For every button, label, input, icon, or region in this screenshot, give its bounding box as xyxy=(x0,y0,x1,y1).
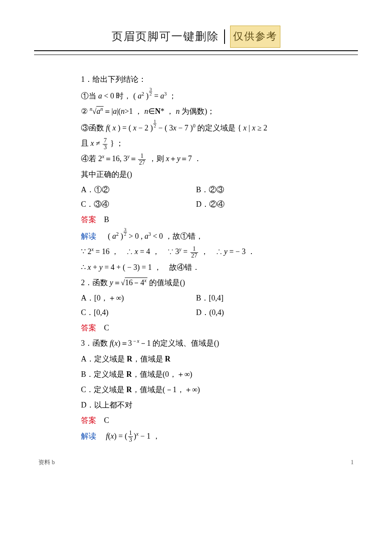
math: f(x) = ( xyxy=(98,432,127,440)
q1-statement-3: ③函数 f( x ) = ( x − 2 )12 − ( 3x − 7 )0 的… xyxy=(81,119,311,135)
text: ，则 xyxy=(149,154,166,163)
q1-statement-1: ①当 a < 0 时， ( a2 )32 = a3 ； xyxy=(81,87,311,103)
q1-statement-4: ④若 2x＝16, 3y＝127 ，则 x＋y＝7 ． xyxy=(81,151,311,166)
text: ， ∵ xyxy=(152,247,173,256)
text: ， ∴ xyxy=(201,247,222,256)
math-exp: 12 xyxy=(153,119,157,128)
text: 的值域是() xyxy=(149,278,185,287)
q1-option-c: C．③④ xyxy=(81,197,196,211)
text: 且 xyxy=(81,139,91,147)
math: 3y = xyxy=(175,247,189,256)
answer-label: 答案 xyxy=(81,215,96,224)
math-frac: 127 xyxy=(137,153,147,166)
math: f(x)＝3－x－1 xyxy=(110,339,151,347)
q1-explanation-1: 解读 ( a2 )32 > 0 , a3 < 0 ，故①错， xyxy=(81,228,311,243)
q1-option-b: B．②③ xyxy=(196,182,311,197)
explanation-label: 解读 xyxy=(81,432,96,440)
text: ，值域是 xyxy=(133,355,165,363)
math: x＋y＝7 xyxy=(166,154,192,163)
q1-explanation-2: ∵ 2x = 16 ， ∴ x = 4 ， ∵ 3y = 127 ， ∴ y =… xyxy=(81,244,311,259)
math: 2x = 16 xyxy=(88,247,110,256)
header-rule-thin xyxy=(34,55,358,55)
answer-label: 答案 xyxy=(81,324,96,332)
text: ①当 xyxy=(81,92,98,100)
math: > 0 , a3 < 0 xyxy=(129,232,165,240)
text: ； xyxy=(169,92,176,100)
q3-answer: 答案 C xyxy=(81,413,311,428)
text: ，值域是(0，＋∞) xyxy=(132,370,193,379)
q1-statement-3b: 且 x ≠ 73 } ； xyxy=(81,136,311,150)
math: } xyxy=(108,139,114,147)
text: ② xyxy=(81,107,88,116)
text: A．定义域是 xyxy=(81,355,127,363)
text: ， xyxy=(135,107,142,116)
math: R xyxy=(127,355,133,363)
math: y＝√16－4x xyxy=(110,278,147,287)
math-frac: 13 xyxy=(127,430,134,443)
math: R xyxy=(127,385,132,394)
math: a xyxy=(98,92,102,100)
text: ∵ xyxy=(81,247,86,256)
text: ． xyxy=(194,154,202,163)
math: x ≠ xyxy=(91,139,102,147)
text: B．定义域是 xyxy=(81,370,127,379)
math: ( a2 ) xyxy=(133,92,149,100)
footer-page-number: 1 xyxy=(351,457,354,468)
text: ； xyxy=(116,139,124,147)
text: 2．函数 xyxy=(81,278,110,287)
text: 的定义域、值域是() xyxy=(153,339,219,347)
text: 的定义域是 xyxy=(197,124,236,132)
page-header: 页眉页脚可一键删除 仅供参考 xyxy=(34,26,358,48)
content-area: 1．给出下列结论： ①当 a < 0 时， ( a2 )32 = a3 ； ② … xyxy=(34,72,358,443)
explanation-label: 解读 xyxy=(81,232,96,240)
q2-options-row1: A．[0，＋∞) B．[0,4] xyxy=(81,291,311,305)
q3-option-a: A．定义域是 R，值域是 R xyxy=(81,352,311,366)
math: f( x ) = ( x − 2 ) xyxy=(106,124,153,132)
q2-option-c: C．[0,4) xyxy=(81,305,196,320)
math: = a3 xyxy=(154,92,167,100)
q3-stem: 3．函数 f(x)＝3－x－1 的定义域、值域是() xyxy=(81,336,311,350)
math: < 0 xyxy=(102,92,114,100)
math-frac: 73 xyxy=(102,138,108,150)
q1-options-row1: A．①② B．②③ xyxy=(81,182,311,197)
q1-explanation-3: ∴ x + y = 4 + ( − 3) = 1 ， 故④错． xyxy=(81,260,311,275)
text: ， 故④错． xyxy=(154,263,200,272)
q2-option-a: A．[0，＋∞) xyxy=(81,291,196,305)
q2-options-row2: C．[0,4) D．(0,4) xyxy=(81,305,311,320)
text: ，故①错， xyxy=(165,232,203,240)
math: 2x＝16, 3y＝ xyxy=(98,154,138,163)
footer-left: 资料 b xyxy=(38,457,55,468)
math: R xyxy=(165,355,170,363)
reference-badge: 仅供参考 xyxy=(230,26,280,48)
math: y = − 3 xyxy=(224,247,246,256)
text: ， xyxy=(153,432,160,440)
math: n xyxy=(176,107,180,116)
q1-answer: 答案 B xyxy=(81,212,311,227)
q3-option-d: D．以上都不对 xyxy=(81,398,311,412)
math: − ( 3x − 7 )0 xyxy=(159,124,196,132)
text: ． xyxy=(248,247,255,256)
header-text: 页眉页脚可一键删除 xyxy=(112,26,219,47)
math: x + y = 4 + ( − 3) = 1 xyxy=(88,263,152,272)
q3-option-c: C．定义域是 R，值域是(－1，＋∞) xyxy=(81,382,311,397)
math-exp: 32 xyxy=(124,228,127,237)
text: ， xyxy=(166,107,174,116)
text: 3．函数 xyxy=(81,339,110,347)
math: ( a2 ) xyxy=(108,232,123,240)
q2-option-b: B．[0,4] xyxy=(196,291,311,305)
answer-label: 答案 xyxy=(81,416,96,425)
math-exp: 32 xyxy=(149,87,153,96)
header-divider xyxy=(224,29,225,44)
q2-stem: 2．函数 y＝√16－4x 的值域是() xyxy=(81,275,311,290)
q2-option-d: D．(0,4) xyxy=(196,305,311,320)
q1-statement-2: ② n√an＝|a|(n>1 ， n∈N* ， n 为偶数)； xyxy=(81,104,311,119)
text: C．定义域是 xyxy=(81,385,127,394)
math: R xyxy=(127,370,132,379)
text: ， ∴ xyxy=(111,247,133,256)
q1-option-d: D．②④ xyxy=(196,197,311,211)
q1-option-a: A．①② xyxy=(81,182,196,197)
page: 页眉页脚可一键删除 仅供参考 1．给出下列结论： ①当 a < 0 时， ( a… xyxy=(0,0,392,485)
page-footer: 资料 b 1 xyxy=(34,444,358,468)
text xyxy=(98,232,106,240)
q1-stem: 1．给出下列结论： xyxy=(81,72,311,87)
